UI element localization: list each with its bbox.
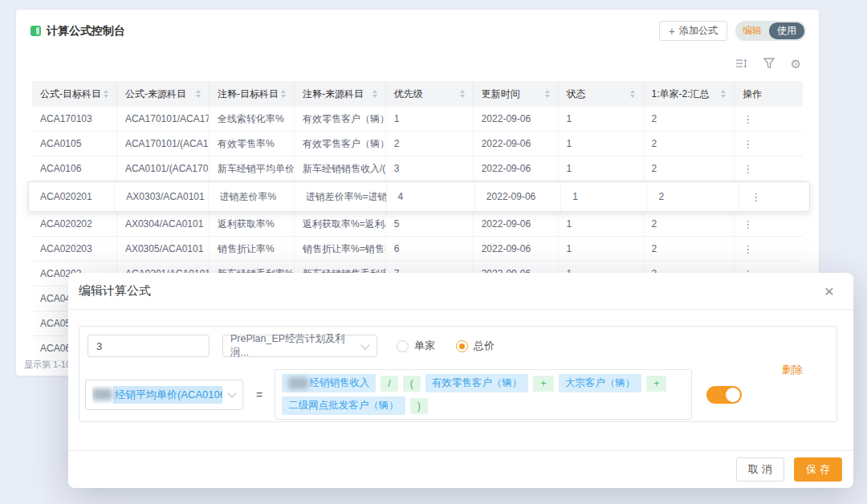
cell-mode: 2	[644, 156, 735, 181]
column-label: 公式-目标科目	[40, 87, 101, 101]
table-row[interactable]: ACA0105ACA170101/(ACA17010有效零售率%有效零售客户（辆…	[32, 132, 803, 156]
cell-actions: ⋮	[735, 156, 803, 181]
cell-note_target: 销售折让率%	[210, 237, 295, 261]
delete-link[interactable]: 删除	[782, 363, 803, 377]
gear-icon[interactable]: ⚙	[791, 58, 801, 70]
cell-mode: 2	[644, 107, 735, 131]
formula-variable-token[interactable]: 有效零售客户（辆）	[425, 374, 529, 392]
formula-expression-box[interactable]: 经销销售收入/(有效零售客户（辆）+大宗客户（辆）+二级网点批发客户（辆）)	[275, 369, 692, 420]
formula-variable-token[interactable]: 大宗客户（辆）	[559, 374, 642, 392]
row-actions-menu-icon[interactable]: ⋮	[743, 218, 753, 230]
mode-edit-option[interactable]: 编辑	[735, 24, 769, 38]
table-row[interactable]: ACA020203AX0305/ACA0101销售折让率%销售折让率%=销售折让…	[32, 237, 803, 262]
table-row[interactable]: ACA020202AX0304/ACA0101返利获取率%返利获取率%=返利/新…	[32, 212, 803, 237]
sort-icon[interactable]	[460, 90, 465, 98]
sort-icon[interactable]	[372, 90, 377, 98]
column-header: 操作	[735, 81, 803, 107]
cell-source: ACA0101/(ACA170101+	[117, 156, 210, 181]
radio-checked-icon	[456, 340, 468, 352]
cell-status: 1	[559, 107, 644, 131]
cell-mode: 2	[644, 212, 735, 236]
cell-status: 1	[561, 182, 647, 211]
cell-updated: 2022-09-06	[474, 107, 559, 131]
target-subject-select[interactable]: 经销平均单价(ACA0106)	[85, 380, 243, 410]
cell-status: 1	[559, 212, 644, 236]
cell-priority: 1	[386, 107, 474, 131]
cell-note_target: 新车经销平均单价	[210, 156, 295, 181]
cell-updated: 2022-09-06	[474, 156, 559, 181]
cell-target: ACA020202	[32, 212, 117, 236]
formula-form-box: PrePlan_EP经营计划及利润... 单家总价 经销平均单价(ACA0106…	[79, 326, 837, 422]
sort-icon[interactable]	[545, 90, 550, 98]
density-icon[interactable]	[735, 58, 747, 69]
table-row[interactable]: ACA0106ACA0101/(ACA170101+新车经销平均单价新车经销销售…	[32, 156, 803, 181]
sort-icon[interactable]	[104, 90, 108, 98]
column-label: 更新时间	[482, 87, 520, 101]
row-actions-menu-icon[interactable]: ⋮	[743, 138, 753, 150]
formula-operator-token[interactable]: +	[646, 376, 666, 392]
cell-status: 1	[559, 156, 644, 181]
cell-updated: 2022-09-06	[474, 237, 559, 261]
target-subject-value: 经销平均单价(ACA0106)	[113, 386, 222, 404]
sort-icon[interactable]	[630, 90, 635, 98]
cell-note_target: 有效零售率%	[210, 132, 295, 156]
redacted-text	[92, 388, 112, 400]
edit-formula-modal: 编辑计算公式 × PrePlan_EP经营计划及利润... 单家总价 经销平均单…	[68, 273, 853, 488]
column-label: 1:单家-2:汇总	[652, 87, 710, 101]
column-header: 状态	[559, 81, 644, 107]
chevron-down-icon	[227, 388, 236, 397]
cell-updated: 2022-09-06	[474, 212, 559, 236]
cell-actions: ⋮	[739, 182, 809, 211]
column-label: 注释-目标科目	[218, 87, 279, 101]
save-button[interactable]: 保存	[794, 457, 842, 482]
formula-variable-token[interactable]: 经销销售收入	[282, 374, 376, 392]
column-label: 公式-来源科目	[125, 87, 186, 101]
cell-priority: 2	[386, 132, 474, 156]
table-row[interactable]: ACA020201AX0303/ACA0101进销差价率%进销差价率%=进销差价…	[28, 181, 810, 212]
sort-icon[interactable]	[281, 90, 286, 98]
column-label: 注释-来源科目	[303, 87, 364, 101]
cell-priority: 3	[386, 156, 474, 181]
cell-actions: ⋮	[735, 132, 803, 156]
sort-icon[interactable]	[721, 90, 726, 98]
column-header: 1:单家-2:汇总	[644, 81, 735, 107]
enable-toggle[interactable]	[706, 386, 742, 404]
cancel-button[interactable]: 取消	[736, 457, 784, 482]
add-formula-button[interactable]: + 添加公式	[659, 21, 727, 41]
formula-variable-token[interactable]: 二级网点批发客户（辆）	[282, 396, 405, 415]
formula-operator-token[interactable]: )	[410, 398, 428, 414]
row-actions-menu-icon[interactable]: ⋮	[743, 113, 753, 125]
formula-line: 二级网点批发客户（辆）)	[282, 396, 685, 415]
formula-operator-token[interactable]: (	[403, 376, 421, 392]
cell-source: AX0304/ACA0101	[117, 212, 210, 236]
filter-icon[interactable]	[763, 58, 775, 69]
priority-input[interactable]	[88, 335, 210, 357]
cell-priority: 6	[386, 237, 474, 261]
cell-mode: 2	[644, 237, 735, 261]
formula-operator-token[interactable]: /	[381, 376, 397, 392]
row-actions-menu-icon[interactable]: ⋮	[743, 243, 753, 255]
plan-select[interactable]: PrePlan_EP经营计划及利润...	[222, 335, 377, 357]
mode-use-option[interactable]: 使用	[769, 22, 804, 39]
cell-source: ACA170101/(ACA17010	[117, 132, 210, 156]
radio-单家[interactable]: 单家	[397, 339, 435, 353]
column-header: 更新时间	[474, 81, 559, 107]
column-header: 注释-来源科目	[295, 81, 386, 107]
row-actions-menu-icon[interactable]: ⋮	[751, 191, 761, 203]
screen: 计算公式控制台 + 添加公式 编辑 使用	[0, 0, 867, 504]
sort-icon[interactable]	[196, 90, 201, 98]
table-row[interactable]: ACA170103ACA170101/ACA170102全线索转化率%有效零售客…	[32, 107, 803, 132]
column-header: 优先级	[386, 81, 474, 107]
formula-operator-token[interactable]: +	[533, 376, 553, 392]
row-actions-menu-icon[interactable]: ⋮	[743, 163, 753, 175]
cell-note_target: 返利获取率%	[210, 212, 295, 236]
cell-updated: 2022-09-06	[475, 182, 561, 211]
radio-总价[interactable]: 总价	[456, 339, 495, 353]
cell-priority: 4	[387, 182, 475, 211]
plan-select-value: PrePlan_EP经营计划及利润...	[230, 332, 356, 360]
cell-priority: 5	[386, 212, 474, 236]
cell-note_target: 全线索转化率%	[210, 107, 295, 131]
close-icon[interactable]: ×	[824, 282, 834, 299]
page-title: 计算公式控制台	[47, 24, 125, 39]
cell-target: ACA170103	[32, 107, 117, 131]
